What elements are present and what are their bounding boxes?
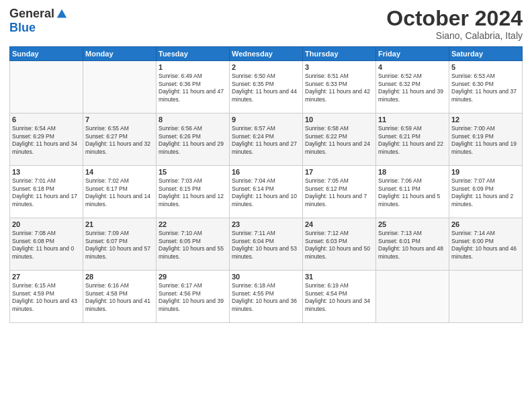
day-cell: 28Sunrise: 6:16 AMSunset: 4:58 PMDayligh… bbox=[83, 271, 157, 323]
day-number: 18 bbox=[378, 168, 447, 176]
day-cell: 6Sunrise: 6:54 AMSunset: 6:29 PMDaylight… bbox=[10, 113, 83, 166]
day-number: 27 bbox=[12, 273, 81, 281]
day-info: Sunrise: 7:13 AMSunset: 6:01 PMDaylight:… bbox=[378, 230, 447, 261]
calendar-table: SundayMondayTuesdayWednesdayThursdayFrid… bbox=[9, 46, 523, 323]
day-number: 17 bbox=[305, 168, 373, 176]
month-title: October 2024 bbox=[386, 7, 523, 30]
week-row-2: 6Sunrise: 6:54 AMSunset: 6:29 PMDaylight… bbox=[10, 113, 523, 166]
day-cell: 27Sunrise: 6:15 AMSunset: 4:59 PMDayligh… bbox=[10, 271, 83, 323]
day-info: Sunrise: 6:56 AMSunset: 6:26 PMDaylight:… bbox=[159, 125, 227, 156]
day-info: Sunrise: 7:07 AMSunset: 6:09 PMDaylight:… bbox=[451, 177, 520, 208]
day-info: Sunrise: 7:09 AMSunset: 6:07 PMDaylight:… bbox=[85, 230, 154, 261]
day-cell: 13Sunrise: 7:01 AMSunset: 6:18 PMDayligh… bbox=[10, 166, 83, 218]
day-cell: 22Sunrise: 7:10 AMSunset: 6:05 PMDayligh… bbox=[157, 218, 230, 271]
day-cell: 8Sunrise: 6:56 AMSunset: 6:26 PMDaylight… bbox=[157, 113, 230, 166]
day-number: 29 bbox=[159, 273, 227, 281]
day-info: Sunrise: 6:53 AMSunset: 6:30 PMDaylight:… bbox=[451, 73, 520, 103]
header-wednesday: Wednesday bbox=[230, 47, 303, 61]
day-info: Sunrise: 6:58 AMSunset: 6:22 PMDaylight:… bbox=[305, 125, 373, 156]
day-number: 19 bbox=[451, 168, 520, 176]
day-info: Sunrise: 6:52 AMSunset: 6:32 PMDaylight:… bbox=[378, 73, 447, 103]
day-cell: 23Sunrise: 7:11 AMSunset: 6:04 PMDayligh… bbox=[230, 218, 303, 271]
day-info: Sunrise: 6:15 AMSunset: 4:59 PMDaylight:… bbox=[12, 282, 81, 313]
day-cell: 10Sunrise: 6:58 AMSunset: 6:22 PMDayligh… bbox=[303, 113, 376, 166]
day-info: Sunrise: 7:04 AMSunset: 6:14 PMDaylight:… bbox=[232, 177, 300, 208]
day-cell bbox=[10, 61, 83, 113]
day-number: 22 bbox=[159, 220, 227, 228]
day-cell: 9Sunrise: 6:57 AMSunset: 6:24 PMDaylight… bbox=[230, 113, 303, 166]
day-number: 13 bbox=[12, 168, 81, 176]
day-number: 31 bbox=[305, 273, 373, 281]
day-number: 28 bbox=[85, 273, 154, 281]
day-cell: 12Sunrise: 7:00 AMSunset: 6:19 PMDayligh… bbox=[449, 113, 523, 166]
day-cell: 24Sunrise: 7:12 AMSunset: 6:03 PMDayligh… bbox=[303, 218, 376, 271]
day-cell bbox=[449, 271, 523, 323]
day-number: 6 bbox=[12, 116, 81, 124]
day-info: Sunrise: 6:49 AMSunset: 6:36 PMDaylight:… bbox=[159, 73, 227, 103]
header-thursday: Thursday bbox=[303, 47, 376, 61]
day-number: 2 bbox=[232, 63, 300, 71]
day-number: 8 bbox=[159, 116, 227, 124]
day-number: 20 bbox=[12, 220, 81, 228]
day-info: Sunrise: 6:18 AMSunset: 4:55 PMDaylight:… bbox=[232, 282, 300, 313]
day-info: Sunrise: 7:10 AMSunset: 6:05 PMDaylight:… bbox=[159, 230, 227, 261]
day-number: 3 bbox=[305, 63, 373, 71]
day-number: 5 bbox=[451, 63, 520, 71]
day-number: 30 bbox=[232, 273, 300, 281]
week-row-3: 13Sunrise: 7:01 AMSunset: 6:18 PMDayligh… bbox=[10, 166, 523, 218]
day-cell bbox=[83, 61, 157, 113]
day-cell: 5Sunrise: 6:53 AMSunset: 6:30 PMDaylight… bbox=[449, 61, 523, 113]
day-number: 26 bbox=[451, 220, 520, 228]
day-info: Sunrise: 6:51 AMSunset: 6:33 PMDaylight:… bbox=[305, 73, 373, 103]
day-info: Sunrise: 7:11 AMSunset: 6:04 PMDaylight:… bbox=[232, 230, 300, 261]
week-row-4: 20Sunrise: 7:08 AMSunset: 6:08 PMDayligh… bbox=[10, 218, 523, 271]
header-tuesday: Tuesday bbox=[157, 47, 230, 61]
day-number: 25 bbox=[378, 220, 447, 228]
day-number: 10 bbox=[305, 116, 373, 124]
logo: General Blue bbox=[9, 7, 68, 35]
day-info: Sunrise: 7:06 AMSunset: 6:11 PMDaylight:… bbox=[378, 177, 447, 208]
day-number: 11 bbox=[378, 116, 447, 124]
location-subtitle: Siano, Calabria, Italy bbox=[386, 30, 523, 41]
day-info: Sunrise: 7:14 AMSunset: 6:00 PMDaylight:… bbox=[451, 230, 520, 261]
day-info: Sunrise: 6:54 AMSunset: 6:29 PMDaylight:… bbox=[12, 125, 81, 156]
day-number: 21 bbox=[85, 220, 154, 228]
day-number: 24 bbox=[305, 220, 373, 228]
day-number: 7 bbox=[85, 116, 154, 124]
logo-icon bbox=[56, 8, 68, 20]
day-info: Sunrise: 7:01 AMSunset: 6:18 PMDaylight:… bbox=[12, 177, 81, 208]
day-cell: 19Sunrise: 7:07 AMSunset: 6:09 PMDayligh… bbox=[449, 166, 523, 218]
day-cell bbox=[376, 271, 449, 323]
title-block: October 2024 Siano, Calabria, Italy bbox=[386, 7, 523, 41]
day-cell: 7Sunrise: 6:55 AMSunset: 6:27 PMDaylight… bbox=[83, 113, 157, 166]
day-cell: 17Sunrise: 7:05 AMSunset: 6:12 PMDayligh… bbox=[303, 166, 376, 218]
day-cell: 29Sunrise: 6:17 AMSunset: 4:56 PMDayligh… bbox=[157, 271, 230, 323]
day-cell: 30Sunrise: 6:18 AMSunset: 4:55 PMDayligh… bbox=[230, 271, 303, 323]
day-cell: 18Sunrise: 7:06 AMSunset: 6:11 PMDayligh… bbox=[376, 166, 449, 218]
day-info: Sunrise: 6:50 AMSunset: 6:35 PMDaylight:… bbox=[232, 73, 300, 103]
day-number: 12 bbox=[451, 116, 520, 124]
day-info: Sunrise: 6:16 AMSunset: 4:58 PMDaylight:… bbox=[85, 282, 154, 313]
day-info: Sunrise: 7:03 AMSunset: 6:15 PMDaylight:… bbox=[159, 177, 227, 208]
header-friday: Friday bbox=[376, 47, 449, 61]
day-info: Sunrise: 6:57 AMSunset: 6:24 PMDaylight:… bbox=[232, 125, 300, 156]
week-row-5: 27Sunrise: 6:15 AMSunset: 4:59 PMDayligh… bbox=[10, 271, 523, 323]
day-cell: 11Sunrise: 6:59 AMSunset: 6:21 PMDayligh… bbox=[376, 113, 449, 166]
day-info: Sunrise: 7:02 AMSunset: 6:17 PMDaylight:… bbox=[85, 177, 154, 208]
day-info: Sunrise: 6:59 AMSunset: 6:21 PMDaylight:… bbox=[378, 125, 447, 156]
day-cell: 26Sunrise: 7:14 AMSunset: 6:00 PMDayligh… bbox=[449, 218, 523, 271]
svg-marker-0 bbox=[57, 9, 66, 17]
day-number: 15 bbox=[159, 168, 227, 176]
day-cell: 1Sunrise: 6:49 AMSunset: 6:36 PMDaylight… bbox=[157, 61, 230, 113]
day-number: 16 bbox=[232, 168, 300, 176]
day-number: 4 bbox=[378, 63, 447, 71]
day-info: Sunrise: 7:08 AMSunset: 6:08 PMDaylight:… bbox=[12, 230, 81, 261]
day-info: Sunrise: 7:00 AMSunset: 6:19 PMDaylight:… bbox=[451, 125, 520, 156]
day-cell: 4Sunrise: 6:52 AMSunset: 6:32 PMDaylight… bbox=[376, 61, 449, 113]
day-info: Sunrise: 6:55 AMSunset: 6:27 PMDaylight:… bbox=[85, 125, 154, 156]
logo-general-text: General bbox=[9, 7, 54, 21]
header-sunday: Sunday bbox=[10, 47, 83, 61]
day-cell: 2Sunrise: 6:50 AMSunset: 6:35 PMDaylight… bbox=[230, 61, 303, 113]
day-cell: 14Sunrise: 7:02 AMSunset: 6:17 PMDayligh… bbox=[83, 166, 157, 218]
logo-blue-text: Blue bbox=[9, 21, 36, 34]
